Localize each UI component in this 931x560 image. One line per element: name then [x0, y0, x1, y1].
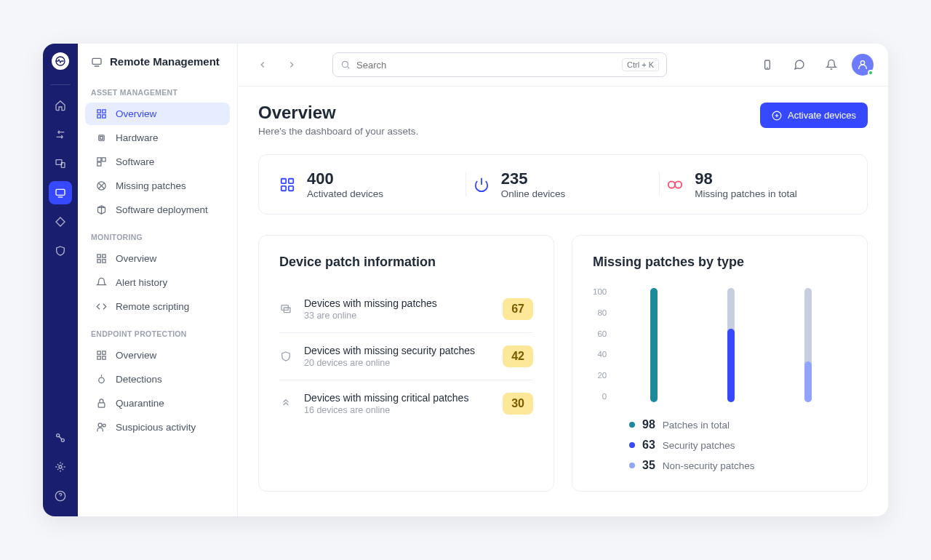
rail-separator [50, 84, 71, 85]
rail-remote-management[interactable] [49, 181, 72, 204]
monitor-icon [279, 303, 292, 315]
nav-forward-button[interactable] [281, 55, 302, 75]
rail-settings[interactable] [49, 455, 72, 479]
search-shortcut: Ctrl + K [622, 58, 659, 71]
svg-rect-16 [102, 158, 105, 161]
side-item-quarantine[interactable]: Quarantine [85, 392, 230, 415]
sidebar-title: Remote Management [110, 55, 220, 68]
page-subtitle: Here's the dashboard of your assets. [258, 126, 418, 137]
power-icon [474, 177, 490, 193]
side-label: Suspicious activity [116, 422, 196, 433]
search-input[interactable] [356, 60, 616, 71]
legend-dot [629, 442, 635, 448]
legend-dot [629, 422, 635, 428]
patch-sub: 20 devices are online [304, 358, 491, 368]
stat-missing: 98Missing patches in total [667, 169, 847, 199]
svg-point-39 [668, 181, 675, 188]
legend-value: 63 [642, 439, 655, 452]
topbar-device-icon[interactable] [756, 53, 779, 76]
rail-transfer[interactable] [49, 123, 72, 146]
lock-icon [95, 398, 107, 409]
chart-bar [727, 288, 735, 402]
activate-label: Activate devices [788, 110, 856, 121]
svg-rect-35 [281, 178, 286, 183]
svg-point-33 [860, 61, 864, 65]
side-item-overview-endpoint[interactable]: Overview [85, 344, 230, 367]
side-label: Alert history [116, 277, 167, 288]
svg-point-31 [342, 61, 348, 67]
topbar: Ctrl + K [238, 44, 888, 87]
side-item-alert-history[interactable]: Alert history [85, 271, 230, 294]
search-icon [340, 60, 351, 70]
icon-rail [43, 44, 78, 516]
svg-rect-14 [100, 137, 103, 140]
nav-back-button[interactable] [252, 55, 273, 75]
main: Ctrl + K Overview Here's the dashboard o… [238, 44, 888, 516]
patch-title: Devices with missing patches [304, 297, 491, 309]
side-item-overview-monitoring[interactable]: Overview [85, 247, 230, 270]
bug-icon [95, 374, 107, 385]
user-avatar[interactable] [852, 54, 874, 76]
cpu-icon [95, 132, 107, 143]
stat-activated: 400Activated devices [279, 169, 459, 199]
alert-icon [95, 277, 107, 288]
rail-help[interactable] [49, 484, 72, 508]
activate-devices-button[interactable]: Activate devices [760, 103, 868, 128]
chart: 100806040200 [593, 286, 847, 402]
app-window: Remote Management ASSET MANAGEMENT Overv… [43, 44, 888, 516]
side-item-software[interactable]: Software [85, 151, 230, 173]
svg-rect-13 [98, 135, 104, 141]
side-item-software-deployment[interactable]: Software deployment [85, 199, 230, 221]
presence-dot [868, 70, 874, 76]
sidebar: Remote Management ASSET MANAGEMENT Overv… [78, 44, 238, 516]
side-label: Overview [116, 350, 156, 361]
rail-ticket[interactable] [49, 210, 72, 233]
dashboard-icon [95, 253, 107, 264]
side-item-missing-patches[interactable]: Missing patches [85, 175, 230, 197]
side-item-suspicious[interactable]: Suspicious activity [85, 416, 230, 439]
side-label: Overview [116, 253, 156, 264]
side-item-detections[interactable]: Detections [85, 368, 230, 391]
rail-shield[interactable] [49, 239, 72, 263]
chart-bars [615, 286, 847, 402]
side-label: Quarantine [116, 398, 164, 409]
patch-badge: 42 [503, 345, 533, 367]
rail-devices[interactable] [49, 152, 72, 175]
patch-row: Devices with missing critical patches16 … [279, 380, 533, 427]
svg-point-29 [98, 423, 102, 427]
svg-rect-22 [102, 260, 105, 263]
topbar-bell-icon[interactable] [820, 53, 843, 76]
rail-home[interactable] [49, 94, 72, 117]
side-label: Software deployment [116, 204, 208, 215]
dashboard-icon [95, 108, 107, 119]
code-icon [95, 301, 107, 312]
svg-rect-25 [97, 356, 100, 359]
patch-info-card: Device patch information Devices with mi… [258, 235, 554, 492]
svg-rect-3 [56, 189, 65, 195]
grid-icon [95, 156, 107, 167]
rail-integrations[interactable] [49, 426, 72, 449]
svg-rect-26 [102, 356, 105, 359]
patch-title: Devices with missing critical patches [304, 392, 491, 404]
side-item-hardware[interactable]: Hardware [85, 127, 230, 149]
side-label: Software [116, 156, 154, 167]
patch-badge: 67 [503, 298, 533, 320]
side-section-endpoint: ENDPOINT PROTECTION [78, 319, 237, 343]
side-section-monitoring: MONITORING [78, 223, 237, 246]
svg-rect-9 [97, 110, 100, 113]
search-input-wrapper[interactable]: Ctrl + K [332, 52, 667, 77]
shield-icon [279, 351, 292, 362]
side-label: Detections [116, 374, 162, 385]
app-logo [52, 52, 69, 70]
topbar-chat-icon[interactable] [788, 53, 811, 76]
legend-row: 98Patches in total [629, 418, 847, 431]
svg-point-30 [103, 424, 105, 427]
plus-circle-icon [772, 111, 782, 121]
side-item-remote-scripting[interactable]: Remote scripting [85, 295, 230, 318]
patch-sub: 33 are online [304, 311, 491, 321]
svg-rect-10 [102, 110, 105, 113]
stat-value: 400 [307, 169, 383, 188]
side-item-overview-asset[interactable]: Overview [85, 103, 230, 125]
chart-yaxis: 100806040200 [593, 286, 607, 402]
svg-rect-28 [98, 403, 105, 407]
